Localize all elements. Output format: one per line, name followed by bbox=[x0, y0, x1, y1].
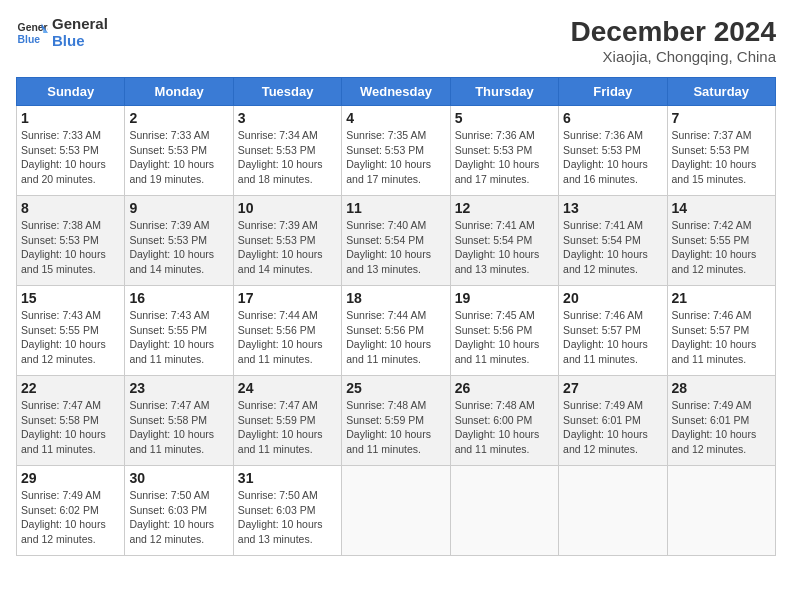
day-number: 14 bbox=[672, 200, 771, 216]
table-cell: 27 Sunrise: 7:49 AM Sunset: 6:01 PM Dayl… bbox=[559, 376, 667, 466]
day-number: 11 bbox=[346, 200, 445, 216]
logo-line2: Blue bbox=[52, 33, 108, 50]
table-cell: 24 Sunrise: 7:47 AM Sunset: 5:59 PM Dayl… bbox=[233, 376, 341, 466]
day-number: 26 bbox=[455, 380, 554, 396]
day-detail: Sunrise: 7:49 AM Sunset: 6:01 PM Dayligh… bbox=[563, 398, 662, 457]
table-cell: 9 Sunrise: 7:39 AM Sunset: 5:53 PM Dayli… bbox=[125, 196, 233, 286]
calendar-subtitle: Xiaojia, Chongqing, China bbox=[571, 48, 776, 65]
table-cell: 6 Sunrise: 7:36 AM Sunset: 5:53 PM Dayli… bbox=[559, 106, 667, 196]
table-cell: 21 Sunrise: 7:46 AM Sunset: 5:57 PM Dayl… bbox=[667, 286, 775, 376]
header-saturday: Saturday bbox=[667, 78, 775, 106]
day-number: 3 bbox=[238, 110, 337, 126]
calendar-header-row: Sunday Monday Tuesday Wednesday Thursday… bbox=[17, 78, 776, 106]
day-detail: Sunrise: 7:39 AM Sunset: 5:53 PM Dayligh… bbox=[238, 218, 337, 277]
day-number: 8 bbox=[21, 200, 120, 216]
table-cell: 5 Sunrise: 7:36 AM Sunset: 5:53 PM Dayli… bbox=[450, 106, 558, 196]
header-friday: Friday bbox=[559, 78, 667, 106]
day-number: 28 bbox=[672, 380, 771, 396]
day-number: 21 bbox=[672, 290, 771, 306]
day-number: 5 bbox=[455, 110, 554, 126]
day-detail: Sunrise: 7:42 AM Sunset: 5:55 PM Dayligh… bbox=[672, 218, 771, 277]
table-cell: 17 Sunrise: 7:44 AM Sunset: 5:56 PM Dayl… bbox=[233, 286, 341, 376]
header-thursday: Thursday bbox=[450, 78, 558, 106]
table-cell bbox=[559, 466, 667, 556]
page-header: General Blue General Blue December 2024 … bbox=[16, 16, 776, 65]
day-detail: Sunrise: 7:47 AM Sunset: 5:59 PM Dayligh… bbox=[238, 398, 337, 457]
table-cell: 28 Sunrise: 7:49 AM Sunset: 6:01 PM Dayl… bbox=[667, 376, 775, 466]
header-sunday: Sunday bbox=[17, 78, 125, 106]
day-number: 23 bbox=[129, 380, 228, 396]
day-number: 1 bbox=[21, 110, 120, 126]
day-detail: Sunrise: 7:48 AM Sunset: 5:59 PM Dayligh… bbox=[346, 398, 445, 457]
table-cell: 1 Sunrise: 7:33 AM Sunset: 5:53 PM Dayli… bbox=[17, 106, 125, 196]
day-detail: Sunrise: 7:47 AM Sunset: 5:58 PM Dayligh… bbox=[21, 398, 120, 457]
table-cell: 29 Sunrise: 7:49 AM Sunset: 6:02 PM Dayl… bbox=[17, 466, 125, 556]
table-cell: 11 Sunrise: 7:40 AM Sunset: 5:54 PM Dayl… bbox=[342, 196, 450, 286]
day-number: 22 bbox=[21, 380, 120, 396]
table-cell: 2 Sunrise: 7:33 AM Sunset: 5:53 PM Dayli… bbox=[125, 106, 233, 196]
day-detail: Sunrise: 7:41 AM Sunset: 5:54 PM Dayligh… bbox=[563, 218, 662, 277]
table-cell bbox=[342, 466, 450, 556]
header-wednesday: Wednesday bbox=[342, 78, 450, 106]
day-number: 16 bbox=[129, 290, 228, 306]
day-detail: Sunrise: 7:33 AM Sunset: 5:53 PM Dayligh… bbox=[129, 128, 228, 187]
table-cell: 30 Sunrise: 7:50 AM Sunset: 6:03 PM Dayl… bbox=[125, 466, 233, 556]
day-detail: Sunrise: 7:41 AM Sunset: 5:54 PM Dayligh… bbox=[455, 218, 554, 277]
title-block: December 2024 Xiaojia, Chongqing, China bbox=[571, 16, 776, 65]
table-cell bbox=[667, 466, 775, 556]
day-detail: Sunrise: 7:49 AM Sunset: 6:01 PM Dayligh… bbox=[672, 398, 771, 457]
table-cell: 14 Sunrise: 7:42 AM Sunset: 5:55 PM Dayl… bbox=[667, 196, 775, 286]
day-detail: Sunrise: 7:49 AM Sunset: 6:02 PM Dayligh… bbox=[21, 488, 120, 547]
day-number: 4 bbox=[346, 110, 445, 126]
day-detail: Sunrise: 7:44 AM Sunset: 5:56 PM Dayligh… bbox=[238, 308, 337, 367]
table-cell: 25 Sunrise: 7:48 AM Sunset: 5:59 PM Dayl… bbox=[342, 376, 450, 466]
day-number: 10 bbox=[238, 200, 337, 216]
table-cell: 26 Sunrise: 7:48 AM Sunset: 6:00 PM Dayl… bbox=[450, 376, 558, 466]
table-cell: 18 Sunrise: 7:44 AM Sunset: 5:56 PM Dayl… bbox=[342, 286, 450, 376]
day-detail: Sunrise: 7:39 AM Sunset: 5:53 PM Dayligh… bbox=[129, 218, 228, 277]
day-number: 30 bbox=[129, 470, 228, 486]
logo-line1: General bbox=[52, 16, 108, 33]
day-number: 27 bbox=[563, 380, 662, 396]
day-number: 2 bbox=[129, 110, 228, 126]
day-number: 12 bbox=[455, 200, 554, 216]
day-detail: Sunrise: 7:50 AM Sunset: 6:03 PM Dayligh… bbox=[238, 488, 337, 547]
table-cell: 7 Sunrise: 7:37 AM Sunset: 5:53 PM Dayli… bbox=[667, 106, 775, 196]
table-cell: 22 Sunrise: 7:47 AM Sunset: 5:58 PM Dayl… bbox=[17, 376, 125, 466]
day-number: 17 bbox=[238, 290, 337, 306]
day-detail: Sunrise: 7:47 AM Sunset: 5:58 PM Dayligh… bbox=[129, 398, 228, 457]
day-detail: Sunrise: 7:34 AM Sunset: 5:53 PM Dayligh… bbox=[238, 128, 337, 187]
table-cell: 20 Sunrise: 7:46 AM Sunset: 5:57 PM Dayl… bbox=[559, 286, 667, 376]
svg-text:Blue: Blue bbox=[18, 33, 41, 44]
day-detail: Sunrise: 7:38 AM Sunset: 5:53 PM Dayligh… bbox=[21, 218, 120, 277]
day-detail: Sunrise: 7:46 AM Sunset: 5:57 PM Dayligh… bbox=[563, 308, 662, 367]
day-number: 18 bbox=[346, 290, 445, 306]
table-cell: 23 Sunrise: 7:47 AM Sunset: 5:58 PM Dayl… bbox=[125, 376, 233, 466]
day-detail: Sunrise: 7:50 AM Sunset: 6:03 PM Dayligh… bbox=[129, 488, 228, 547]
day-detail: Sunrise: 7:43 AM Sunset: 5:55 PM Dayligh… bbox=[21, 308, 120, 367]
table-cell: 31 Sunrise: 7:50 AM Sunset: 6:03 PM Dayl… bbox=[233, 466, 341, 556]
table-cell: 19 Sunrise: 7:45 AM Sunset: 5:56 PM Dayl… bbox=[450, 286, 558, 376]
day-detail: Sunrise: 7:36 AM Sunset: 5:53 PM Dayligh… bbox=[563, 128, 662, 187]
day-detail: Sunrise: 7:44 AM Sunset: 5:56 PM Dayligh… bbox=[346, 308, 445, 367]
logo: General Blue General Blue bbox=[16, 16, 108, 49]
table-cell: 16 Sunrise: 7:43 AM Sunset: 5:55 PM Dayl… bbox=[125, 286, 233, 376]
day-number: 9 bbox=[129, 200, 228, 216]
day-number: 29 bbox=[21, 470, 120, 486]
day-number: 24 bbox=[238, 380, 337, 396]
table-cell: 3 Sunrise: 7:34 AM Sunset: 5:53 PM Dayli… bbox=[233, 106, 341, 196]
table-cell: 13 Sunrise: 7:41 AM Sunset: 5:54 PM Dayl… bbox=[559, 196, 667, 286]
day-number: 15 bbox=[21, 290, 120, 306]
day-detail: Sunrise: 7:45 AM Sunset: 5:56 PM Dayligh… bbox=[455, 308, 554, 367]
day-number: 19 bbox=[455, 290, 554, 306]
day-number: 6 bbox=[563, 110, 662, 126]
table-cell bbox=[450, 466, 558, 556]
day-number: 20 bbox=[563, 290, 662, 306]
header-tuesday: Tuesday bbox=[233, 78, 341, 106]
day-number: 25 bbox=[346, 380, 445, 396]
calendar-title: December 2024 bbox=[571, 16, 776, 48]
day-detail: Sunrise: 7:36 AM Sunset: 5:53 PM Dayligh… bbox=[455, 128, 554, 187]
day-number: 13 bbox=[563, 200, 662, 216]
table-cell: 4 Sunrise: 7:35 AM Sunset: 5:53 PM Dayli… bbox=[342, 106, 450, 196]
calendar-table: Sunday Monday Tuesday Wednesday Thursday… bbox=[16, 77, 776, 556]
